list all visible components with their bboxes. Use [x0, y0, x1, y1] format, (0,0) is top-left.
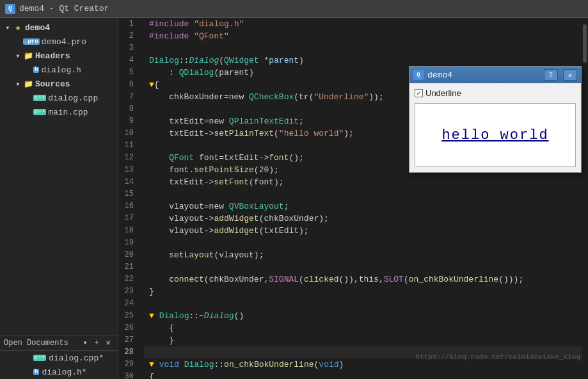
sidebar-item-dialogcpp[interactable]: c++ dialog.cpp — [0, 91, 118, 105]
code-line-15 — [144, 188, 582, 200]
ln-27: 27 — [118, 334, 139, 346]
demo4-content: ✓ Underline hello world — [409, 83, 581, 172]
ln-8: 8 — [118, 103, 139, 115]
open-docs-split-button[interactable]: ▾ — [79, 337, 91, 349]
folder-icon-headers: 📁 — [23, 51, 33, 61]
code-line-14: txtEdit->setFont(font); — [144, 176, 582, 188]
project-icon: ◈ — [13, 22, 23, 33]
file-icon-h: h — [33, 67, 39, 73]
file-icon-pro: .pro — [23, 38, 40, 45]
code-line-2: #include "QFont" — [144, 30, 582, 42]
sidebar-label-dialogcpp: dialog.cpp — [48, 93, 98, 103]
demo4-checkbox[interactable]: ✓ — [415, 89, 423, 97]
ln-9: 9 — [118, 115, 139, 127]
sidebar-item-headers[interactable]: ▼ 📁 Headers — [0, 49, 118, 63]
sidebar: ▼ ◈ demo4 .pro demo4.pro ▼ 📁 Headers h d… — [0, 18, 118, 379]
code-line-19 — [144, 237, 582, 249]
open-docs-label: Open Documents — [4, 339, 79, 348]
open-doc-dialogcpp[interactable]: c++ dialog.cpp* — [0, 351, 118, 365]
ln-4: 4 — [118, 54, 139, 67]
open-docs-close-button[interactable]: ✕ — [102, 337, 114, 349]
demo4-checkbox-row: ✓ Underline — [415, 88, 576, 98]
ln-17: 17 — [118, 213, 139, 225]
ln-20: 20 — [118, 249, 139, 261]
ln-11: 11 — [118, 140, 139, 152]
tree-arrow-headers: ▼ — [13, 51, 23, 61]
demo4-hello-text: hello world — [441, 127, 548, 143]
ln-6: 6 — [118, 79, 139, 91]
ln-1: 1 — [118, 18, 139, 30]
code-line-22: connect(chkBoxUnder,SIGNAL(clicked()),th… — [144, 273, 582, 286]
ln-12: 12 — [118, 152, 139, 164]
code-line-26: { — [144, 322, 582, 334]
demo4-title-icon: Q — [413, 70, 424, 80]
app-icon: Q — [5, 4, 15, 14]
tree-arrow-sources: ▼ — [13, 79, 23, 89]
editor-area: Q demo4 ? ✕ ✓ Underline hello world — [118, 18, 588, 379]
code-line-18: vlayout->addWidget(txtEdit); — [144, 225, 582, 237]
code-line-29: ▼ void Dialog::on_chkBokUnderline(void) — [144, 359, 582, 371]
demo4-help-button[interactable]: ? — [544, 69, 558, 81]
demo4-window[interactable]: Q demo4 ? ✕ ✓ Underline hello world — [409, 66, 582, 173]
demo4-close-button[interactable]: ✕ — [563, 69, 577, 81]
code-line-20: setLayout(vlayout); — [144, 249, 582, 261]
ln-29: 29 — [118, 359, 139, 371]
main-layout: ▼ ◈ demo4 .pro demo4.pro ▼ 📁 Headers h d… — [0, 18, 588, 379]
demo4-title-text: demo4 — [427, 70, 539, 80]
ln-26: 26 — [118, 322, 139, 334]
sidebar-label-demo4pro: demo4.pro — [42, 37, 86, 47]
demo4-text-area: hello world — [415, 103, 576, 167]
editor-scrollbar-thumb[interactable] — [583, 24, 587, 63]
ln-25: 25 — [118, 310, 139, 322]
ln-24: 24 — [118, 298, 139, 310]
code-line-28 — [144, 346, 582, 359]
code-line-1: #include "dialog.h" — [144, 18, 582, 30]
ln-13: 13 — [118, 164, 139, 176]
ln-28: 28 — [118, 346, 139, 359]
sidebar-item-sources[interactable]: ▼ 📁 Sources — [0, 77, 118, 91]
open-doc-icon-cpp: c++ — [33, 355, 46, 361]
open-docs-list: c++ dialog.cpp* h dialog.h* — [0, 351, 118, 379]
open-docs-bar: Open Documents ▾ + ✕ — [0, 335, 118, 351]
open-doc-label-dialogh: dialog.h* — [42, 367, 86, 377]
code-line-24 — [144, 298, 582, 310]
sidebar-label-demo4: demo4 — [25, 23, 50, 33]
file-icon-cpp1: c++ — [33, 95, 46, 101]
sidebar-label-headers: Headers — [35, 51, 70, 61]
code-line-27: } — [144, 334, 582, 346]
sidebar-bottom: Open Documents ▾ + ✕ c++ dialog.cpp* h d… — [0, 335, 118, 379]
tree-arrow-demo4: ▼ — [3, 22, 13, 33]
sidebar-label-dialogh: dialog.h — [41, 65, 81, 75]
code-line-23: } — [144, 286, 582, 298]
ln-19: 19 — [118, 237, 139, 249]
sidebar-item-dialogh[interactable]: h dialog.h — [0, 63, 118, 77]
ln-7: 7 — [118, 91, 139, 103]
ln-18: 18 — [118, 225, 139, 237]
ln-3: 3 — [118, 42, 139, 54]
code-line-25: ▼ Dialog::~Dialog() — [144, 310, 582, 322]
ln-16: 16 — [118, 200, 139, 213]
sidebar-label-maincpp: main.cpp — [48, 108, 88, 117]
editor-scrollbar[interactable] — [582, 18, 588, 379]
ln-22: 22 — [118, 273, 139, 286]
open-doc-icon-h: h — [33, 369, 39, 375]
ln-15: 15 — [118, 188, 139, 200]
sidebar-tree: ▼ ◈ demo4 .pro demo4.pro ▼ 📁 Headers h d… — [0, 18, 118, 335]
window-title: demo4 - Qt Creator — [19, 4, 109, 13]
ln-10: 10 — [118, 127, 139, 140]
sidebar-item-maincpp[interactable]: c++ main.cpp — [0, 105, 118, 119]
sidebar-item-demo4[interactable]: ▼ ◈ demo4 — [0, 20, 118, 35]
ln-23: 23 — [118, 286, 139, 298]
open-docs-add-button[interactable]: + — [91, 337, 102, 349]
demo4-titlebar: Q demo4 ? ✕ — [409, 67, 581, 83]
sidebar-label-sources: Sources — [35, 79, 70, 89]
file-icon-cpp2: c++ — [33, 109, 46, 115]
open-doc-dialogh[interactable]: h dialog.h* — [0, 365, 118, 379]
ln-30: 30 — [118, 371, 139, 379]
code-line-4: Dialog::Dialog(QWidget *parent) — [144, 54, 582, 67]
ln-5: 5 — [118, 67, 139, 79]
ln-2: 2 — [118, 30, 139, 42]
ln-21: 21 — [118, 261, 139, 273]
folder-icon-sources: 📁 — [23, 79, 33, 89]
sidebar-item-demo4pro[interactable]: .pro demo4.pro — [0, 35, 118, 49]
